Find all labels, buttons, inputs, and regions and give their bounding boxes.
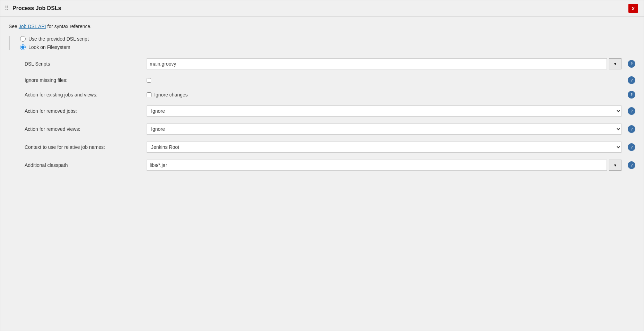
action-removed-views-help-icon[interactable]: ?: [628, 125, 635, 133]
ignore-missing-files-label: Ignore missing files:: [25, 77, 142, 83]
radio-section: Use the provided DSL script Look on File…: [9, 36, 635, 50]
action-removed-jobs-input-area: Ignore Delete Disable: [147, 105, 621, 117]
radio-look-filesystem[interactable]: Look on Filesystem: [20, 44, 635, 50]
action-existing-jobs-input-area: Ignore changes: [147, 92, 621, 97]
additional-classpath-dropdown-button[interactable]: ▼: [609, 160, 621, 171]
ignore-changes-label: Ignore changes: [154, 92, 188, 97]
dialog-title: Process Job DSLs: [12, 5, 61, 11]
additional-classpath-input[interactable]: [147, 160, 607, 171]
radio-look-filesystem-label: Look on Filesystem: [28, 44, 70, 50]
action-removed-views-input-area: Ignore Delete: [147, 124, 621, 135]
additional-classpath-row: Additional classpath ▼ ?: [25, 160, 635, 171]
dialog-body: See Job DSL API for syntax reference. Us…: [0, 17, 644, 179]
process-job-dsls-dialog: ⠿ Process Job DSLs x See Job DSL API for…: [0, 0, 644, 331]
action-removed-jobs-help-icon[interactable]: ?: [628, 107, 635, 115]
dsl-scripts-dropdown-button[interactable]: ▼: [609, 58, 621, 69]
action-removed-views-select[interactable]: Ignore Delete: [147, 124, 621, 135]
dialog-header: ⠿ Process Job DSLs x: [0, 0, 644, 17]
action-removed-jobs-select[interactable]: Ignore Delete Disable: [147, 105, 621, 117]
additional-classpath-label: Additional classpath: [25, 162, 142, 168]
drag-handle-icon: ⠿: [5, 5, 9, 12]
ignore-missing-files-checkbox[interactable]: [147, 78, 151, 83]
dsl-scripts-input[interactable]: [147, 58, 607, 69]
radio-use-provided[interactable]: Use the provided DSL script: [20, 36, 635, 42]
syntax-ref-prefix: See: [9, 24, 19, 29]
additional-classpath-input-area: ▼: [147, 160, 621, 171]
dsl-scripts-label: DSL Scripts: [25, 61, 142, 67]
job-dsl-api-link[interactable]: Job DSL API: [19, 24, 46, 29]
ignore-missing-files-input-area: [147, 78, 621, 83]
dialog-title-area: ⠿ Process Job DSLs: [5, 5, 61, 12]
fields-section: DSL Scripts ▼ ? Ignore missing files: ? …: [9, 58, 635, 171]
dsl-scripts-row: DSL Scripts ▼ ?: [25, 58, 635, 69]
dsl-scripts-help-icon[interactable]: ?: [628, 60, 635, 68]
context-relative-job-names-help-icon[interactable]: ?: [628, 143, 635, 151]
context-relative-job-names-select[interactable]: Jenkins Root Current Folder: [147, 142, 621, 153]
ignore-missing-files-row: Ignore missing files: ?: [25, 76, 635, 84]
close-button[interactable]: x: [628, 4, 638, 13]
action-existing-jobs-help-icon[interactable]: ?: [628, 91, 635, 99]
action-removed-jobs-label: Action for removed jobs:: [25, 108, 142, 114]
action-existing-jobs-row: Action for existing jobs and views: Igno…: [25, 91, 635, 99]
radio-use-provided-input[interactable]: [20, 36, 26, 42]
context-relative-job-names-label: Context to use for relative job names:: [25, 144, 142, 150]
action-removed-jobs-row: Action for removed jobs: Ignore Delete D…: [25, 105, 635, 117]
ignore-changes-checkbox[interactable]: [147, 92, 151, 97]
ignore-missing-files-help-icon[interactable]: ?: [628, 76, 635, 84]
radio-look-filesystem-input[interactable]: [20, 44, 26, 50]
radio-use-provided-label: Use the provided DSL script: [28, 36, 89, 42]
context-relative-job-names-input-area: Jenkins Root Current Folder: [147, 142, 621, 153]
action-removed-views-row: Action for removed views: Ignore Delete …: [25, 124, 635, 135]
context-relative-job-names-row: Context to use for relative job names: J…: [25, 142, 635, 153]
syntax-reference: See Job DSL API for syntax reference.: [9, 24, 635, 29]
dsl-scripts-input-area: ▼: [147, 58, 621, 69]
action-removed-views-label: Action for removed views:: [25, 126, 142, 132]
additional-classpath-help-icon[interactable]: ?: [628, 161, 635, 169]
action-existing-jobs-label: Action for existing jobs and views:: [25, 92, 142, 97]
ignore-changes-checkbox-row[interactable]: Ignore changes: [147, 92, 188, 97]
syntax-ref-suffix: for syntax reference.: [46, 24, 92, 29]
